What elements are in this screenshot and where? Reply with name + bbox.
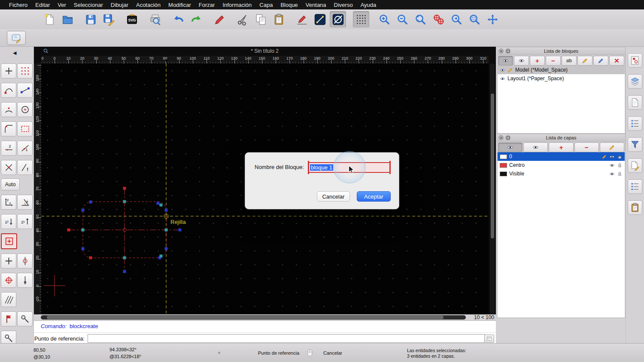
redo-button[interactable] <box>188 11 204 27</box>
save-button[interactable] <box>82 11 99 27</box>
new-file-button[interactable] <box>41 11 58 27</box>
lock-relative-zero-button[interactable] <box>1 233 17 249</box>
dock-notes-button[interactable] <box>628 158 642 173</box>
snap-middle-button[interactable] <box>1 121 16 136</box>
hatch-button[interactable] <box>1 292 16 307</box>
cancel-button[interactable]: Cancelar <box>317 191 350 202</box>
remove-layer-button[interactable]: − <box>574 142 599 152</box>
zoom-out-button[interactable] <box>394 11 410 27</box>
grid-toggle-button[interactable] <box>353 11 369 27</box>
layer-item-0[interactable]: 0 <box>498 152 625 161</box>
command-detach-button[interactable] <box>484 335 494 343</box>
copy-button[interactable] <box>252 11 269 27</box>
remove-block-button[interactable]: − <box>546 56 561 66</box>
line-attributes-button[interactable] <box>312 11 328 27</box>
zoom-pan-button[interactable] <box>484 11 501 27</box>
relative-zero-down-button[interactable] <box>1 214 16 229</box>
dock-entity-list-button[interactable] <box>628 116 642 131</box>
dock-layout-button[interactable] <box>628 95 642 110</box>
zoom-previous-button[interactable] <box>448 11 465 27</box>
dock-clipboard-button[interactable] <box>628 200 642 215</box>
hide-all-blocks-button[interactable] <box>514 56 529 66</box>
add-layer-button[interactable]: + <box>549 142 573 152</box>
zoom-in-button[interactable] <box>376 11 392 27</box>
vertical-line-button[interactable] <box>17 273 33 288</box>
attributes-button[interactable] <box>294 11 310 27</box>
menu-dibujar[interactable]: Dibujar <box>107 2 132 8</box>
layer-item-Centro[interactable]: Centro <box>498 161 625 169</box>
snap-circle-center-button[interactable] <box>17 102 33 117</box>
delete-button[interactable] <box>211 11 228 27</box>
exclusive-snap-button[interactable] <box>1 311 16 326</box>
show-all-layers-button[interactable] <box>498 142 522 152</box>
open-file-button[interactable] <box>59 11 76 27</box>
menu-diverso[interactable]: Diverso <box>330 2 357 8</box>
paste-button[interactable] <box>270 11 287 27</box>
menu-modificar[interactable]: Modificar <box>164 2 195 8</box>
show-all-blocks-button[interactable] <box>498 56 513 66</box>
menu-seleccionar[interactable]: Seleccionar <box>70 2 107 8</box>
command-input[interactable] <box>88 334 485 343</box>
undo-button[interactable] <box>170 11 186 27</box>
palette-collapse-button[interactable]: ◀ <box>0 46 33 59</box>
menu-ventana[interactable]: Ventana <box>302 2 330 8</box>
menu-información[interactable]: Información <box>219 2 255 8</box>
panel-float-button[interactable] <box>505 135 510 140</box>
rename-block-button[interactable]: alb <box>562 56 577 66</box>
svg-export-button[interactable] <box>124 11 140 27</box>
snap-endpoint-button[interactable] <box>1 83 16 98</box>
restrict-nothing-button[interactable] <box>17 160 33 175</box>
menu-forzar[interactable]: Forzar <box>195 2 219 8</box>
save-block-button[interactable] <box>593 56 608 66</box>
menu-bloque[interactable]: Bloque <box>276 2 301 8</box>
zoom-redraw-button[interactable] <box>430 11 447 27</box>
vertical-scrollbar[interactable] <box>490 63 495 314</box>
relative-zero-up-button[interactable] <box>17 214 33 229</box>
save-as-button[interactable] <box>100 11 117 27</box>
hide-all-layers-button[interactable] <box>523 142 548 152</box>
menu-fichero[interactable]: Fichero <box>5 2 31 8</box>
accept-button[interactable]: Aceptar <box>357 191 391 202</box>
draft-mode-button[interactable] <box>330 11 346 27</box>
panel-float-button[interactable] <box>505 48 510 54</box>
snap-auto-button[interactable]: Auto <box>1 178 20 190</box>
snap-division-button[interactable] <box>17 141 33 156</box>
dock-layer-list-button[interactable] <box>628 74 642 89</box>
cut-button[interactable] <box>234 11 251 27</box>
snap-grid-button[interactable] <box>17 63 33 78</box>
snap-vertical-button[interactable] <box>17 253 33 268</box>
menu-ver[interactable]: Ver <box>54 2 70 8</box>
snap-center-button[interactable] <box>1 102 16 117</box>
panel-close-button[interactable] <box>498 135 504 140</box>
dock-command-button[interactable] <box>628 179 642 194</box>
zoom-auto-button[interactable] <box>412 11 428 27</box>
block-item[interactable]: Model (*Model_Space) <box>498 66 625 74</box>
restrict-orthogonal-button[interactable] <box>1 195 16 210</box>
menu-capa[interactable]: Capa <box>255 2 276 8</box>
edit-block-button[interactable] <box>577 56 592 66</box>
snap-free-button[interactable] <box>1 63 16 78</box>
panel-close-button[interactable] <box>498 48 504 54</box>
restrict-angle-button[interactable] <box>17 195 33 210</box>
print-preview-button[interactable] <box>147 11 163 27</box>
menu-editar[interactable]: Editar <box>31 2 54 8</box>
horizontal-scrollbar[interactable] <box>41 315 466 320</box>
snap-on-entity-button[interactable] <box>17 83 33 98</box>
snap-intersection-button[interactable] <box>17 121 33 136</box>
snap-distance-button[interactable] <box>1 141 16 156</box>
dock-block-list-button[interactable] <box>628 53 642 68</box>
horizontal-scrollbar-thumb[interactable] <box>47 316 444 319</box>
target-point-button[interactable] <box>1 273 16 288</box>
add-block-button[interactable]: + <box>530 56 545 66</box>
current-tool-button[interactable] <box>7 31 26 45</box>
block-item[interactable]: Layout1 (*Paper_Space) <box>498 74 625 83</box>
edit-layer-button[interactable] <box>600 142 624 152</box>
zoom-window-button[interactable] <box>466 11 483 27</box>
set-relative-zero-button[interactable] <box>1 253 16 268</box>
menu-acotación[interactable]: Acotación <box>132 2 164 8</box>
lock-entities-button[interactable] <box>17 311 33 326</box>
snap-intersection-manual-button[interactable] <box>1 160 16 175</box>
layer-item-Visible[interactable]: Visible <box>498 169 625 178</box>
delete-block-button[interactable]: ✕ <box>609 56 624 66</box>
menu-ayuda[interactable]: Ayuda <box>357 2 380 8</box>
